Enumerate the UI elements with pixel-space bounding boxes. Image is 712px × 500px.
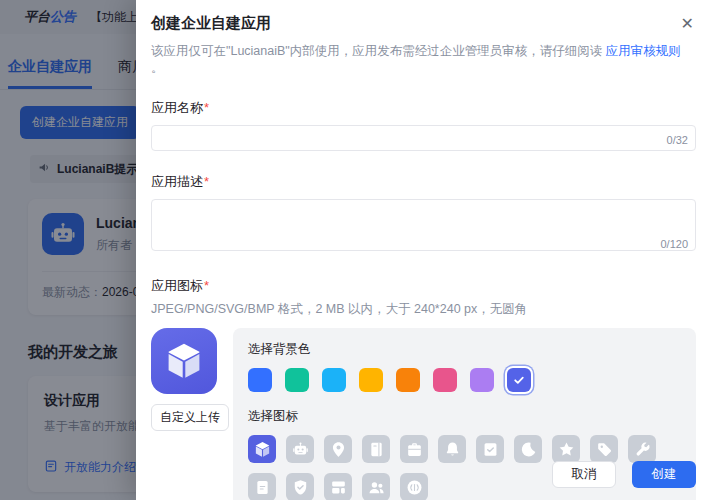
calendar-check-icon xyxy=(481,440,500,459)
bell-icon xyxy=(443,440,462,459)
review-rules-link[interactable]: 应用审核规则 xyxy=(606,44,681,58)
cancel-button[interactable]: 取消 xyxy=(552,461,616,488)
star-icon xyxy=(557,440,576,459)
users-icon xyxy=(367,478,386,497)
icon-option-shield-check[interactable] xyxy=(286,473,314,500)
icon-option-cube[interactable] xyxy=(248,435,276,463)
close-icon[interactable]: ✕ xyxy=(679,14,696,34)
icon-option-briefcase[interactable] xyxy=(400,435,428,463)
bg-color-swatch-amber[interactable] xyxy=(359,368,383,392)
required-asterisk: * xyxy=(204,174,209,189)
icon-option-code-circle[interactable] xyxy=(400,473,428,500)
bg-color-swatch-purple[interactable] xyxy=(470,368,494,392)
check-icon xyxy=(512,373,526,387)
cube-icon xyxy=(162,339,206,383)
icon-section-label: 选择图标 xyxy=(248,408,681,425)
code-circle-icon xyxy=(405,478,424,497)
desc-char-counter: 0/120 xyxy=(660,238,688,250)
robot-icon xyxy=(291,440,310,459)
icon-option-book[interactable] xyxy=(362,435,390,463)
icon-option-bell[interactable] xyxy=(438,435,466,463)
icon-option-moon[interactable] xyxy=(514,435,542,463)
bg-color-swatch-rose[interactable] xyxy=(433,368,457,392)
required-asterisk: * xyxy=(204,278,209,293)
required-asterisk: * xyxy=(204,100,209,115)
icon-option-users[interactable] xyxy=(362,473,390,500)
icon-option-robot[interactable] xyxy=(286,435,314,463)
tag-icon xyxy=(595,440,614,459)
book-icon xyxy=(367,440,386,459)
app-name-label: 应用名称* xyxy=(151,99,696,117)
modal-subtitle: 该应用仅可在"LucianaiB"内部使用，应用发布需经过企业管理员审核，请仔细… xyxy=(151,43,696,77)
app-desc-textarea[interactable] xyxy=(151,199,696,251)
map-pin-icon xyxy=(329,440,348,459)
bg-color-swatch-green[interactable] xyxy=(285,368,309,392)
modal-title: 创建企业自建应用 xyxy=(151,14,271,33)
create-button[interactable]: 创建 xyxy=(632,461,696,488)
bg-color-section-label: 选择背景色 xyxy=(248,341,681,358)
icon-option-calendar-check[interactable] xyxy=(476,435,504,463)
create-app-modal: 创建企业自建应用 ✕ 该应用仅可在"LucianaiB"内部使用，应用发布需经过… xyxy=(136,0,712,500)
icon-option-tag[interactable] xyxy=(590,435,618,463)
app-icon-label: 应用图标* xyxy=(151,277,696,295)
name-char-counter: 0/32 xyxy=(667,134,688,146)
moon-icon xyxy=(519,440,538,459)
wrench-icon xyxy=(633,440,652,459)
bg-color-swatch-blue[interactable] xyxy=(248,368,272,392)
icon-option-wrench[interactable] xyxy=(628,435,656,463)
icon-option-star[interactable] xyxy=(552,435,580,463)
bg-color-swatch-cyan[interactable] xyxy=(322,368,346,392)
dashboard-icon xyxy=(329,478,348,497)
app-name-input[interactable] xyxy=(151,125,696,151)
bg-color-swatch-indigo-selected[interactable] xyxy=(507,368,531,392)
briefcase-icon xyxy=(405,440,424,459)
bg-color-swatches xyxy=(248,368,681,392)
icon-format-hint: JPEG/PNG/SVG/BMP 格式，2 MB 以内，大于 240*240 p… xyxy=(151,301,696,318)
bg-color-swatch-orange[interactable] xyxy=(396,368,420,392)
document-icon xyxy=(253,478,272,497)
icon-option-map-pin[interactable] xyxy=(324,435,352,463)
app-desc-label: 应用描述* xyxy=(151,173,696,191)
icon-option-document[interactable] xyxy=(248,473,276,500)
custom-upload-button[interactable]: 自定义上传 xyxy=(151,404,229,431)
cube-icon xyxy=(253,440,272,459)
icon-option-dashboard[interactable] xyxy=(324,473,352,500)
screen: 平台公告 【功能上线 企业自建应用 商店 创建企业自建应用 LucianaiB提… xyxy=(0,0,712,500)
icon-preview xyxy=(151,328,217,394)
shield-check-icon xyxy=(291,478,310,497)
